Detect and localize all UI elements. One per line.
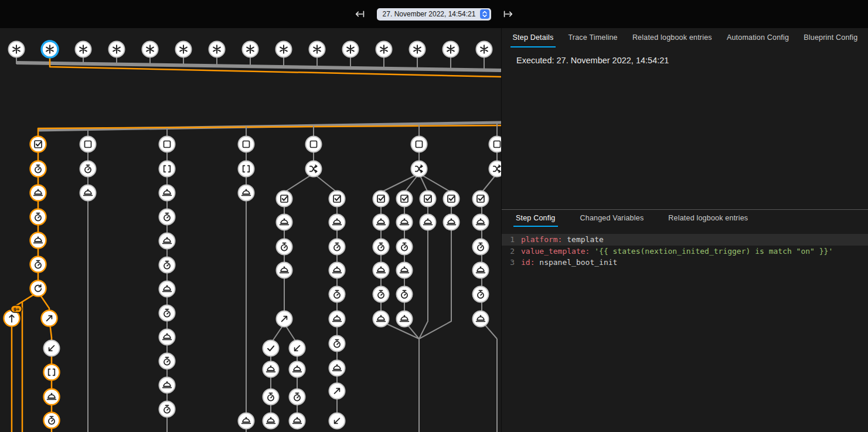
trigger-node[interactable] [243, 42, 258, 57]
checkbox-node[interactable] [373, 191, 389, 207]
service-node[interactable] [159, 329, 175, 345]
arrow-ne-node[interactable] [42, 311, 57, 326]
service-node[interactable] [159, 233, 175, 249]
service-node[interactable] [290, 362, 305, 377]
timer-node[interactable] [397, 239, 413, 255]
arrow-ne-node[interactable] [329, 383, 345, 399]
trigger-node[interactable] [309, 42, 325, 57]
timer-node[interactable] [329, 239, 345, 255]
timer-node[interactable] [30, 209, 46, 225]
timer-node[interactable] [44, 413, 60, 428]
tab-changed-variables[interactable]: Changed Variables [578, 210, 646, 227]
previous-run-button[interactable] [351, 5, 369, 23]
tab-trace-timeline[interactable]: Trace Timeline [566, 28, 619, 47]
yaml-code-editor[interactable]: 1platform: template2value_template: '{{ … [502, 234, 868, 268]
service-node[interactable] [420, 215, 436, 230]
checkbox-node[interactable] [30, 137, 46, 152]
next-run-button[interactable] [499, 5, 517, 23]
service-node[interactable] [44, 389, 60, 405]
timer-node[interactable] [473, 287, 489, 302]
service-node[interactable] [290, 413, 305, 429]
tab-automation-config[interactable]: Automation Config [724, 28, 791, 47]
trigger-node[interactable] [9, 42, 25, 57]
service-node[interactable] [329, 215, 345, 230]
brackets-node[interactable] [44, 365, 60, 380]
service-node[interactable] [373, 311, 389, 327]
checkbox-node[interactable] [277, 191, 292, 207]
trigger-node[interactable] [76, 42, 91, 57]
trigger-node[interactable] [410, 42, 426, 57]
service-node[interactable] [159, 281, 175, 297]
service-node[interactable] [329, 263, 345, 278]
trigger-node[interactable] [376, 42, 392, 57]
trigger-node[interactable] [276, 42, 292, 57]
service-node[interactable] [30, 185, 46, 201]
square-node[interactable] [80, 137, 96, 152]
square-node[interactable] [411, 137, 427, 152]
trigger-node[interactable] [109, 42, 125, 57]
checkbox-node[interactable] [397, 191, 413, 207]
service-node[interactable] [473, 263, 489, 278]
brackets-node[interactable] [239, 161, 254, 177]
service-node[interactable] [329, 360, 345, 376]
service-node[interactable] [397, 263, 413, 278]
service-node[interactable] [277, 215, 292, 230]
service-node[interactable] [397, 311, 413, 327]
choose-node[interactable] [489, 161, 502, 177]
timer-node[interactable] [159, 353, 175, 369]
trace-graph[interactable]: 9+ [0, 28, 501, 432]
service-node[interactable] [239, 413, 254, 429]
service-node[interactable] [263, 362, 279, 377]
timer-node[interactable] [30, 257, 46, 273]
trigger-node[interactable] [443, 42, 459, 57]
tab-related-logbook-entries[interactable]: Related logbook entries [666, 210, 750, 227]
service-node[interactable] [473, 311, 489, 327]
service-node[interactable] [397, 215, 413, 230]
service-node[interactable] [473, 215, 489, 230]
timer-node[interactable] [373, 287, 389, 302]
tab-related-logbook-entries[interactable]: Related logbook entries [630, 28, 714, 47]
timer-node[interactable] [159, 209, 175, 225]
tab-blueprint-config[interactable]: Blueprint Config [801, 28, 860, 47]
timer-node[interactable] [290, 389, 305, 405]
tab-step-details[interactable]: Step Details [510, 28, 556, 47]
checkbox-node[interactable] [329, 191, 345, 207]
timer-node[interactable] [329, 287, 345, 302]
choose-node[interactable] [306, 161, 322, 177]
timer-node[interactable] [30, 161, 46, 177]
timer-node[interactable] [329, 336, 345, 352]
trigger-node[interactable] [476, 42, 492, 57]
service-node[interactable] [444, 215, 459, 230]
checkbox-node[interactable] [420, 191, 436, 207]
repeat-node[interactable] [30, 281, 46, 297]
timer-node[interactable] [277, 239, 292, 255]
timer-node[interactable] [373, 239, 389, 255]
check-node[interactable] [263, 341, 279, 356]
timer-node[interactable] [159, 305, 175, 321]
service-node[interactable] [373, 263, 389, 278]
square-node[interactable] [239, 137, 254, 152]
trigger-node[interactable] [209, 42, 225, 57]
square-node[interactable] [159, 137, 175, 152]
arrow-sw-node[interactable] [290, 341, 305, 356]
timer-node[interactable] [397, 287, 413, 302]
service-node[interactable] [373, 215, 389, 230]
arrow-sw-node[interactable] [329, 413, 345, 429]
run-selector-dropdown[interactable]: 27. November 2022, 14:54:21 [377, 8, 492, 21]
service-node[interactable] [329, 311, 345, 327]
service-node[interactable] [239, 185, 254, 201]
trigger-node[interactable] [176, 42, 192, 57]
trigger-node[interactable] [142, 42, 158, 57]
checkbox-node[interactable] [444, 191, 459, 207]
tab-step-config[interactable]: Step Config [513, 210, 558, 227]
arrow-sw-node[interactable] [44, 341, 60, 356]
service-node[interactable] [263, 413, 279, 429]
service-node[interactable] [30, 233, 46, 249]
timer-node[interactable] [159, 402, 175, 417]
timer-node[interactable] [473, 239, 489, 255]
service-node[interactable] [277, 263, 292, 278]
service-node[interactable] [159, 185, 175, 201]
service-node[interactable] [159, 377, 175, 393]
timer-node[interactable] [263, 389, 279, 405]
square-node[interactable] [489, 137, 502, 152]
